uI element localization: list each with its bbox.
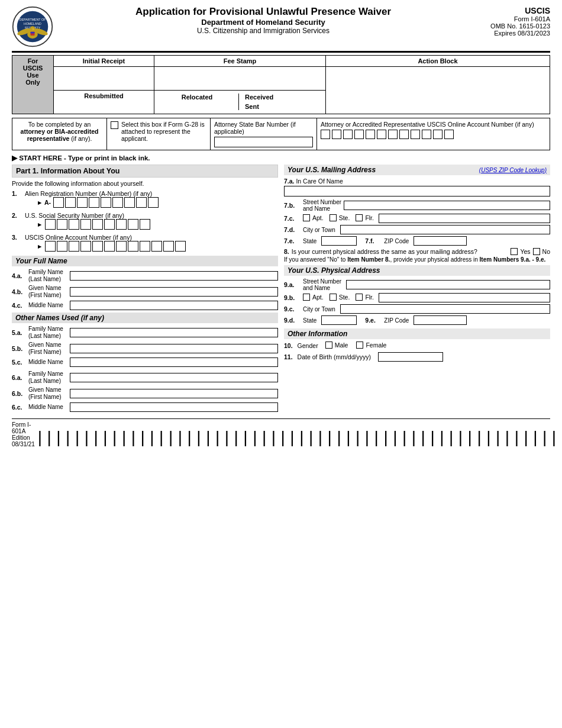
oa-box-2[interactable] [57,241,67,252]
item-10-male-check[interactable] [325,342,332,349]
ssn-box-1[interactable] [45,219,56,230]
uscis-use-label: ForUSCISUseOnly [12,56,54,114]
item-7c-ste-check[interactable] [330,214,337,221]
online-box-1[interactable] [321,130,330,139]
item-8-yes-check[interactable] [511,248,518,255]
item-7a-input[interactable] [284,186,550,197]
online-box-7[interactable] [388,130,398,139]
online-box-4[interactable] [354,130,364,139]
a-box-8[interactable] [136,197,147,208]
oa-box-7[interactable] [116,241,127,252]
item-7c-apt-check[interactable] [303,214,310,221]
ssn-box-6[interactable] [104,219,115,230]
a-box-6[interactable] [112,197,123,208]
expiry: Expires 08/31/2023 [467,30,550,37]
online-box-10[interactable] [422,130,431,139]
item-9b-input[interactable] [379,293,550,302]
item-7d-input[interactable] [340,225,550,234]
item-9d-input[interactable] [321,315,357,325]
online-box-11[interactable] [433,130,443,139]
item-11-input[interactable] [378,352,443,362]
item-7d-row: 7.d. City or Town [284,225,550,234]
item-5b-input[interactable] [70,344,278,353]
oa-box-5[interactable] [92,241,103,252]
oa-box-4[interactable] [80,241,91,252]
item-8-no-label: No [542,248,550,255]
online-box-9[interactable] [411,130,420,139]
ssn-box-8[interactable] [128,219,138,230]
usps-link[interactable]: (USPS ZIP Code Lookup) [479,167,547,173]
item-9c-input[interactable] [340,304,550,314]
sent-label: Sent [245,103,321,110]
oa-box-10[interactable] [151,241,162,252]
online-box-12[interactable] [444,130,454,139]
item-6c-input[interactable] [70,402,278,412]
oa-box-6[interactable] [104,241,115,252]
a-box-7[interactable] [124,197,135,208]
item-7b-input[interactable] [344,201,550,210]
item-5a-input[interactable] [70,328,278,337]
online-box-6[interactable] [377,130,386,139]
a-box-3[interactable] [77,197,88,208]
item-8-no-check[interactable] [533,248,540,255]
item-10-female-row: Female [356,342,386,349]
ssn-box-3[interactable] [69,219,79,230]
action-block-header: Action Block [326,56,550,67]
item-7f-input[interactable] [414,236,467,246]
item-10-female-check[interactable] [356,342,363,349]
ssn-box-7[interactable] [116,219,127,230]
sub-agency-name: U.S. Citizenship and Immigration Service… [59,27,467,35]
item-11-num: 11. [284,353,293,360]
oa-box-11[interactable] [163,241,174,252]
ssn-input [45,219,150,230]
ssn-box-9[interactable] [140,219,150,230]
online-box-8[interactable] [399,130,409,139]
oa-box-8[interactable] [128,241,138,252]
online-acct-prefix: ► [37,243,43,250]
bar-number-input[interactable] [214,137,313,147]
item-9b-flr-row: Flr. [356,294,374,301]
a-box-2[interactable] [65,197,76,208]
online-account-cell: Attorney or Accredited Representative US… [317,118,550,150]
item-9a-input[interactable] [346,280,550,289]
a-box-1[interactable] [53,197,64,208]
item-9c-row: 9.c. City or Town [284,304,550,314]
oa-box-9[interactable] [140,241,150,252]
item-9b-flr-check[interactable] [356,294,363,301]
item-9e-text: ZIP Code [384,317,409,324]
ssn-box-4[interactable] [80,219,91,230]
a-box-9[interactable] [148,197,159,208]
online-box-2[interactable] [332,130,341,139]
ssn-box-5[interactable] [92,219,103,230]
attorney-checkbox-cell[interactable]: Select this box if Form G-28 is attached… [107,118,211,150]
item-4a-input[interactable] [70,271,278,281]
item-4c-input[interactable] [70,301,278,310]
online-box-3[interactable] [343,130,353,139]
item-11-row: 11. Date of Birth (mm/dd/yyyy) [284,352,550,362]
online-box-5[interactable] [366,130,375,139]
item-5c-input[interactable] [70,357,278,367]
ssn-box-2[interactable] [57,219,67,230]
oa-box-12[interactable] [175,241,186,252]
a-box-4[interactable] [89,197,99,208]
ssn-row: ► [37,219,278,230]
a-box-5[interactable] [101,197,111,208]
item-7e-input[interactable] [321,236,357,246]
item-9b-ste-check[interactable] [330,294,337,301]
item-6b-input[interactable] [70,389,278,398]
item-9b-apt-check[interactable] [303,294,310,301]
item-7c-flr-check[interactable] [356,214,363,221]
item-7c-input[interactable] [379,214,550,223]
item-6a-input[interactable] [70,373,278,382]
oa-box-3[interactable] [69,241,79,252]
initial-receipt-space [54,67,154,91]
mailing-header: Your U.S. Mailing Address [288,166,376,174]
item-4b-input[interactable] [70,287,278,297]
online-acct-row: ► [37,241,278,252]
main-content: Part 1. Information About You Provide th… [12,165,550,414]
item-9e-input[interactable] [414,315,467,325]
header-right: USCIS Form I-601A OMB No. 1615-0123 Expi… [467,6,550,37]
oa-box-1[interactable] [45,241,56,252]
item-5a-name: Family Name(Last Name) [28,326,70,340]
g28-checkbox[interactable] [111,121,118,129]
